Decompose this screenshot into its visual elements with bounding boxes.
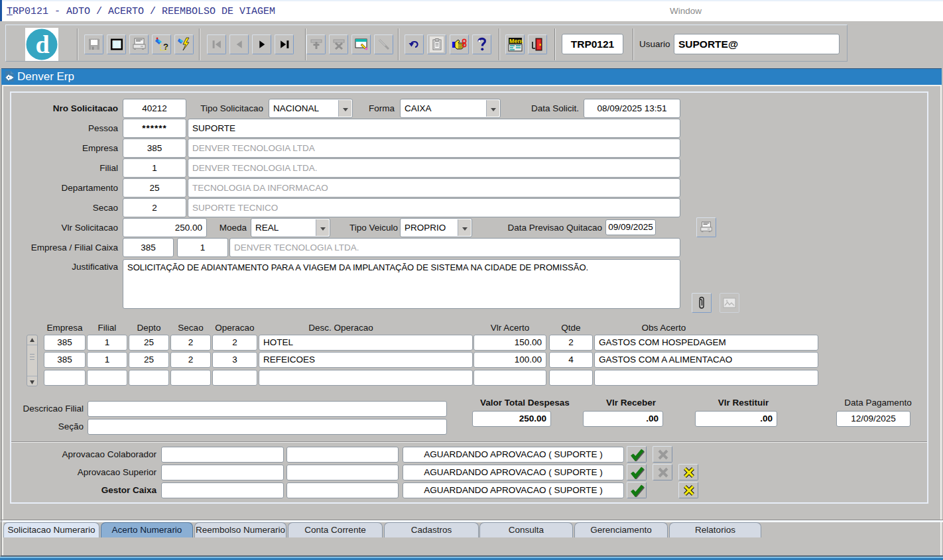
svg-text:d: d xyxy=(35,30,49,58)
svg-text:?: ? xyxy=(163,42,168,52)
svg-text:Menu: Menu xyxy=(509,38,523,44)
